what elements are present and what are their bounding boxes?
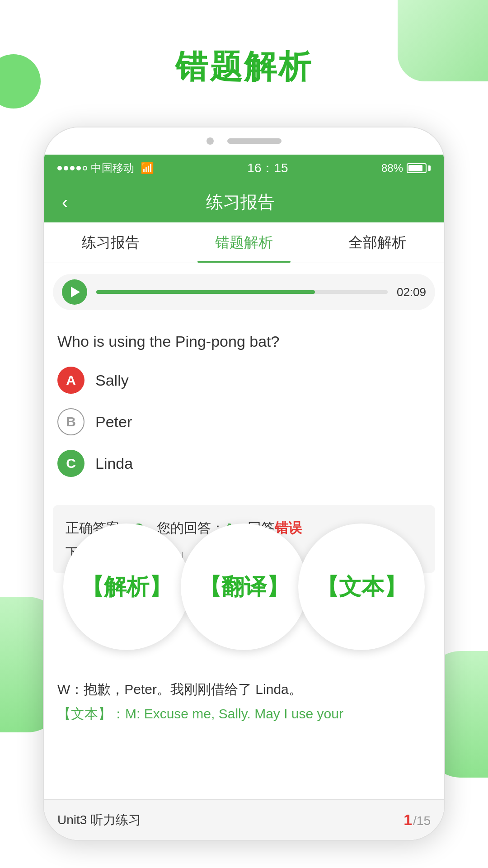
option-a[interactable]: A Sally bbox=[57, 367, 431, 394]
feature-buttons: 【解析】 【翻译】 【文本】 bbox=[44, 524, 444, 650]
play-icon bbox=[71, 287, 80, 297]
analysis-button[interactable]: 【解析】 bbox=[63, 524, 190, 650]
status-right: 88% bbox=[381, 162, 431, 175]
option-a-text: Sally bbox=[95, 372, 129, 389]
battery-percent: 88% bbox=[381, 162, 403, 175]
status-bar: 中国移动 📶 16：15 88% bbox=[44, 155, 444, 182]
bottom-nav: Unit3 听力练习 1 /15 bbox=[44, 799, 444, 840]
tab-bar: 练习报告 错题解析 全部解析 bbox=[44, 222, 444, 263]
battery-body bbox=[407, 163, 427, 173]
page-indicator: 1 /15 bbox=[404, 811, 431, 829]
status-time: 16：15 bbox=[247, 160, 288, 177]
option-b-text: Peter bbox=[95, 413, 132, 431]
battery-fill bbox=[408, 165, 422, 171]
signal-dots bbox=[57, 166, 87, 170]
option-c-circle: C bbox=[57, 450, 84, 477]
signal-dot-1 bbox=[57, 166, 62, 170]
option-c[interactable]: C Linda bbox=[57, 450, 431, 477]
tab-report[interactable]: 练习报告 bbox=[44, 222, 177, 263]
unit-label: Unit3 听力练习 bbox=[57, 811, 141, 829]
phone-camera bbox=[206, 137, 214, 145]
option-b[interactable]: B Peter bbox=[57, 408, 431, 435]
tab-all[interactable]: 全部解析 bbox=[311, 222, 444, 263]
current-page: 1 bbox=[404, 811, 412, 829]
option-a-circle: A bbox=[57, 367, 84, 394]
nav-title: 练习报告 bbox=[72, 191, 408, 214]
tab-wrong[interactable]: 错题解析 bbox=[177, 222, 310, 263]
translate-button[interactable]: 【翻译】 bbox=[181, 524, 307, 650]
signal-dot-3 bbox=[70, 166, 75, 170]
phone-frame: 中国移动 📶 16：15 88% ‹ 练习报告 练习报告 错题解析 全部解析 bbox=[43, 127, 445, 841]
signal-dot-5 bbox=[83, 166, 87, 170]
question-area: Who is using the Ping-pong bat? A Sally … bbox=[44, 321, 444, 500]
nav-bar: ‹ 练习报告 bbox=[44, 182, 444, 222]
wifi-icon: 📶 bbox=[141, 162, 154, 175]
battery-tip bbox=[428, 165, 431, 171]
progress-bar-container[interactable] bbox=[96, 290, 388, 294]
carrier-text: 中国移动 bbox=[91, 161, 134, 175]
audio-player: 02:09 bbox=[53, 274, 435, 310]
page-title: 错题解析 bbox=[0, 45, 488, 89]
signal-dot-2 bbox=[64, 166, 68, 170]
text-button[interactable]: 【文本】 bbox=[298, 524, 425, 650]
option-b-circle: B bbox=[57, 408, 84, 435]
play-button[interactable] bbox=[62, 279, 87, 305]
bottom-line2: 【文本】：M: Excuse me, Sally. May I use your bbox=[57, 702, 431, 726]
phone-top bbox=[44, 127, 444, 155]
battery-icon bbox=[407, 163, 431, 173]
bottom-line1: W：抱歉，Peter。我刚刚借给了 Linda。 bbox=[57, 677, 431, 702]
status-left: 中国移动 📶 bbox=[57, 161, 154, 175]
option-c-text: Linda bbox=[95, 455, 133, 472]
audio-time: 02:09 bbox=[397, 285, 426, 299]
question-text: Who is using the Ping-pong bat? bbox=[57, 330, 431, 353]
total-pages: /15 bbox=[413, 814, 431, 828]
back-button[interactable]: ‹ bbox=[57, 188, 72, 217]
phone-speaker bbox=[227, 138, 282, 144]
signal-dot-4 bbox=[76, 166, 81, 170]
progress-bar-fill bbox=[96, 290, 315, 294]
